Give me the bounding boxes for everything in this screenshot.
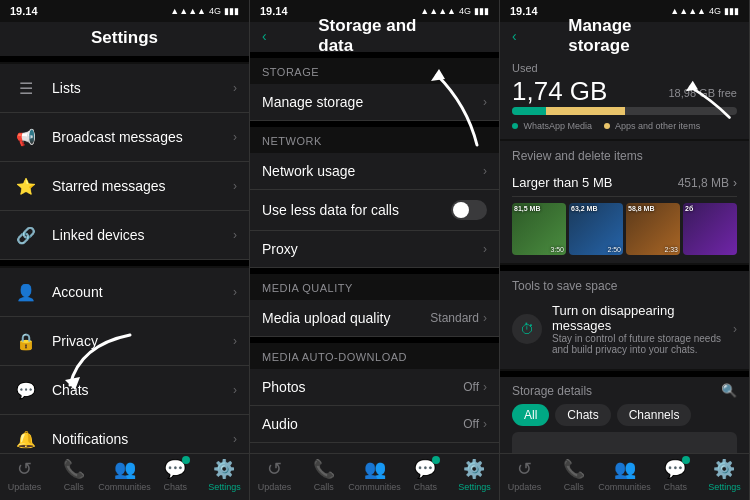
- less-data-item[interactable]: Use less data for calls: [250, 190, 499, 231]
- network-items: Network usage › Use less data for calls …: [250, 153, 499, 268]
- storage-legend: WhatsApp Media Apps and other items: [512, 121, 737, 131]
- bottom-nav-3: ↺ Updates 📞 Calls 👥 Communities 💬 Chats …: [500, 453, 749, 500]
- filter-tab-channels[interactable]: Channels: [617, 404, 692, 426]
- settings-item-account[interactable]: 👤 Account ›: [0, 268, 249, 317]
- lists-label: Lists: [52, 80, 233, 96]
- nav-settings-3[interactable]: ⚙️ Settings: [700, 458, 749, 492]
- photos-label: Photos: [262, 379, 463, 395]
- media-thumb-4[interactable]: 2б: [683, 203, 737, 255]
- audio-label: Audio: [262, 416, 463, 432]
- status-icons-2: ▲▲▲▲ 4G ▮▮▮: [420, 6, 489, 16]
- storage-details-header: Storage details 🔍: [512, 383, 737, 398]
- disappearing-icon: ⏱: [512, 314, 542, 344]
- apps-dot: [604, 123, 610, 129]
- filter-tab-chats[interactable]: Chats: [555, 404, 610, 426]
- communities-icon-2: 👥: [364, 458, 386, 480]
- storage-header-inner: ‹ Storage and data: [262, 28, 487, 44]
- free-amount: 18,98 GB free: [669, 87, 738, 99]
- storage-search-icon[interactable]: 🔍: [721, 383, 737, 398]
- settings-item-broadcast[interactable]: 📢 Broadcast messages ›: [0, 113, 249, 162]
- less-data-toggle[interactable]: [451, 200, 487, 220]
- notifications-icon: 🔔: [12, 425, 40, 453]
- nav-settings-2[interactable]: ⚙️ Settings: [450, 458, 499, 492]
- disappearing-messages-item[interactable]: ⏱ Turn on disappearing messages Stay in …: [512, 297, 737, 361]
- signal-icon-1: ▲▲▲▲: [170, 6, 206, 16]
- nav-chats-1[interactable]: 💬 Chats: [151, 458, 200, 492]
- nav-communities-3[interactable]: 👥 Communities: [598, 458, 651, 492]
- network-type-3: 4G: [709, 6, 721, 16]
- manage-storage-back-btn[interactable]: ‹: [512, 28, 517, 44]
- media-thumb-2[interactable]: 63,2 MB 2:50: [569, 203, 623, 255]
- nav-calls-3[interactable]: 📞 Calls: [549, 458, 598, 492]
- updates-icon-3: ↺: [517, 458, 532, 480]
- media-thumb-3[interactable]: 58,8 MB 2:33: [626, 203, 680, 255]
- battery-icon-3: ▮▮▮: [724, 6, 739, 16]
- chats-nav-label-1: Chats: [164, 482, 188, 492]
- thumb-4-size: 2б: [685, 205, 693, 212]
- storage-back-btn[interactable]: ‹: [262, 28, 267, 44]
- calls-label-2: Calls: [314, 482, 334, 492]
- storage-content: Storage Manage storage › Network Network…: [250, 52, 499, 453]
- chats-nav-label-3: Chats: [664, 482, 688, 492]
- privacy-label: Privacy: [52, 333, 233, 349]
- audio-item[interactable]: Audio Off ›: [250, 406, 499, 443]
- calls-label-1: Calls: [64, 482, 84, 492]
- manage-storage-label: Manage storage: [262, 94, 483, 110]
- review-larger-5mb[interactable]: Larger than 5 MB 451,8 MB ›: [512, 169, 737, 197]
- storage-section-label: Storage: [250, 58, 499, 82]
- linked-label: Linked devices: [52, 227, 233, 243]
- nav-updates-2[interactable]: ↺ Updates: [250, 458, 299, 492]
- legend-apps: Apps and other items: [604, 121, 700, 131]
- filter-tabs: All Chats Channels: [512, 404, 737, 426]
- nav-chats-2[interactable]: 💬 Chats: [401, 458, 450, 492]
- settings-item-linked[interactable]: 🔗 Linked devices ›: [0, 211, 249, 260]
- larger-5mb-label: Larger than 5 MB: [512, 175, 612, 190]
- network-usage-item[interactable]: Network usage ›: [250, 153, 499, 190]
- nav-calls-2[interactable]: 📞 Calls: [299, 458, 348, 492]
- nav-settings-1[interactable]: ⚙️ Settings: [200, 458, 249, 492]
- storage-list-area: [512, 432, 737, 453]
- settings-item-chats[interactable]: 💬 Chats ›: [0, 366, 249, 415]
- status-icons-1: ▲▲▲▲ 4G ▮▮▮: [170, 6, 239, 16]
- status-time-1: 19.14: [10, 5, 38, 17]
- network-usage-label: Network usage: [262, 163, 483, 179]
- proxy-item[interactable]: Proxy ›: [250, 231, 499, 268]
- communities-icon-1: 👥: [114, 458, 136, 480]
- media-thumb-1[interactable]: 81,5 MB 3:50: [512, 203, 566, 255]
- filter-tab-all[interactable]: All: [512, 404, 549, 426]
- toggle-knob: [453, 202, 469, 218]
- disappearing-chevron: ›: [733, 322, 737, 336]
- nav-communities-1[interactable]: 👥 Communities: [98, 458, 151, 492]
- nav-chats-3[interactable]: 💬 Chats: [651, 458, 700, 492]
- settings-item-privacy[interactable]: 🔒 Privacy ›: [0, 317, 249, 366]
- settings-section-2: 👤 Account › 🔒 Privacy › 💬 Chats › 🔔 Noti…: [0, 268, 249, 453]
- linked-icon: 🔗: [12, 221, 40, 249]
- settings-item-notifications[interactable]: 🔔 Notifications ›: [0, 415, 249, 453]
- media-upload-label: Media upload quality: [262, 310, 430, 326]
- status-time-3: 19.14: [510, 5, 538, 17]
- bottom-nav-1: ↺ Updates 📞 Calls 👥 Communities 💬 Chats …: [0, 453, 249, 500]
- nav-updates-3[interactable]: ↺ Updates: [500, 458, 549, 492]
- manage-storage-item[interactable]: Manage storage ›: [250, 84, 499, 121]
- network-type-1: 4G: [209, 6, 221, 16]
- media-upload-value: Standard: [430, 311, 479, 325]
- settings-header: Settings: [0, 22, 249, 56]
- media-upload-item[interactable]: Media upload quality Standard ›: [250, 300, 499, 337]
- storage-used-section: Used 1,74 GB 18,98 GB free WhatsApp Medi…: [500, 52, 749, 139]
- updates-label-2: Updates: [258, 482, 292, 492]
- nav-calls-1[interactable]: 📞 Calls: [49, 458, 98, 492]
- review-section: Review and delete items Larger than 5 MB…: [500, 141, 749, 263]
- battery-icon-1: ▮▮▮: [224, 6, 239, 16]
- video-item[interactable]: Video Off ›: [250, 443, 499, 453]
- nav-updates-1[interactable]: ↺ Updates: [0, 458, 49, 492]
- settings-item-starred[interactable]: ⭐ Starred messages ›: [0, 162, 249, 211]
- legend-whatsapp: WhatsApp Media: [512, 121, 592, 131]
- network-section-label: Network: [250, 127, 499, 151]
- photos-value: Off: [463, 380, 479, 394]
- photos-item[interactable]: Photos Off ›: [250, 369, 499, 406]
- chats-badge-2: 💬: [414, 458, 436, 480]
- chats-badge-1: 💬: [164, 458, 186, 480]
- settings-item-lists[interactable]: ☰ Lists ›: [0, 64, 249, 113]
- tools-label: Tools to save space: [512, 279, 737, 293]
- nav-communities-2[interactable]: 👥 Communities: [348, 458, 401, 492]
